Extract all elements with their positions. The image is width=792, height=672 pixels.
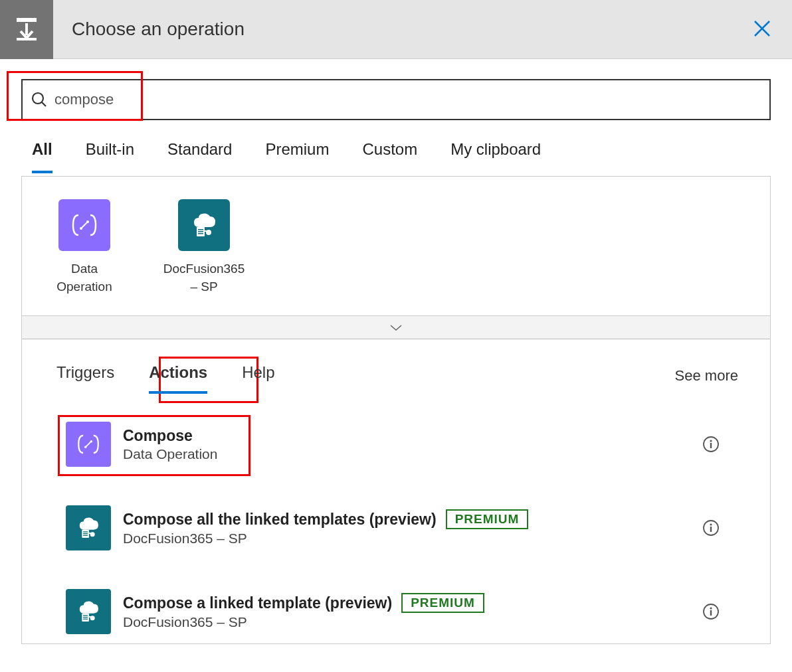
data-operation-icon	[58, 199, 110, 251]
action-compose[interactable]: Compose Data Operation	[62, 412, 730, 476]
tab-built-in[interactable]: Built-in	[86, 140, 134, 169]
connector-label: Data Operation	[45, 260, 124, 295]
chevron-down-icon	[389, 323, 403, 332]
connectors-grid: Data Operation DocFusion365 – SP	[22, 177, 770, 315]
svg-point-4	[86, 220, 89, 223]
svg-rect-30	[710, 610, 712, 616]
tab-triggers[interactable]: Triggers	[54, 359, 117, 392]
tab-help[interactable]: Help	[239, 359, 277, 392]
tab-standard[interactable]: Standard	[167, 140, 232, 169]
svg-rect-7	[198, 231, 203, 232]
info-icon[interactable]	[702, 519, 720, 537]
svg-point-2	[33, 93, 43, 104]
docfusion-icon	[178, 199, 230, 251]
tab-actions[interactable]: Actions	[146, 359, 210, 392]
action-title: Compose a linked template (preview)	[123, 594, 392, 612]
action-compose-linked-template[interactable]: Compose a linked template (preview) PREM…	[62, 580, 730, 643]
info-icon[interactable]	[702, 436, 720, 453]
action-subtitle: Data Operation	[123, 446, 702, 462]
connector-label: DocFusion365 – SP	[163, 260, 245, 295]
data-operation-icon	[66, 422, 111, 467]
action-type-tabs: Triggers Actions Help	[54, 359, 278, 392]
svg-rect-6	[198, 229, 203, 230]
docfusion-icon	[66, 505, 111, 550]
svg-point-21	[710, 524, 712, 526]
action-compose-all-linked-templates[interactable]: Compose all the linked templates (previe…	[62, 496, 730, 560]
connector-data-operation[interactable]: Data Operation	[45, 199, 124, 295]
svg-point-11	[90, 440, 92, 442]
svg-rect-0	[17, 18, 37, 22]
close-button[interactable]	[752, 19, 772, 41]
see-more-link[interactable]: See more	[675, 367, 738, 384]
dialog-header: Choose an operation	[0, 0, 792, 59]
operation-step-icon	[0, 0, 53, 59]
connector-docfusion365[interactable]: DocFusion365 – SP	[164, 199, 244, 295]
svg-rect-16	[83, 531, 88, 532]
insert-step-icon	[13, 15, 41, 43]
action-subtitle: DocFusion365 – SP	[123, 614, 702, 630]
category-tabs: All Built-in Standard Premium Custom My …	[0, 120, 792, 169]
tab-custom[interactable]: Custom	[362, 140, 417, 169]
search-row	[0, 59, 792, 120]
action-title: Compose all the linked templates (previe…	[123, 511, 437, 529]
premium-badge: PREMIUM	[401, 593, 484, 613]
svg-point-13	[710, 440, 712, 442]
svg-point-29	[710, 608, 712, 610]
search-icon	[31, 91, 48, 108]
expand-toggle[interactable]	[22, 315, 770, 339]
svg-rect-14	[710, 443, 712, 448]
search-input[interactable]	[54, 91, 761, 108]
svg-rect-1	[17, 38, 37, 41]
close-icon	[752, 19, 772, 39]
svg-rect-26	[83, 619, 88, 620]
action-list: Compose Data Operation	[54, 392, 738, 643]
actions-section: Triggers Actions Help See more	[22, 339, 770, 643]
svg-rect-22	[710, 527, 712, 532]
action-title: Compose	[123, 427, 193, 445]
svg-rect-25	[83, 617, 88, 618]
info-icon[interactable]	[702, 603, 720, 620]
svg-rect-18	[83, 535, 88, 536]
svg-rect-8	[198, 233, 203, 234]
tab-all[interactable]: All	[32, 140, 52, 169]
svg-point-10	[84, 446, 86, 448]
dialog-title: Choose an operation	[72, 19, 245, 40]
premium-badge: PREMIUM	[446, 509, 529, 529]
tab-my-clipboard[interactable]: My clipboard	[450, 140, 541, 169]
action-subtitle: DocFusion365 – SP	[123, 531, 702, 546]
svg-rect-24	[83, 615, 88, 616]
svg-point-3	[80, 227, 82, 230]
svg-rect-17	[83, 533, 88, 534]
tab-premium[interactable]: Premium	[265, 140, 329, 169]
search-input-container[interactable]	[21, 79, 771, 120]
connectors-panel: Data Operation DocFusion365 – SP	[21, 176, 771, 644]
docfusion-icon	[66, 589, 111, 634]
